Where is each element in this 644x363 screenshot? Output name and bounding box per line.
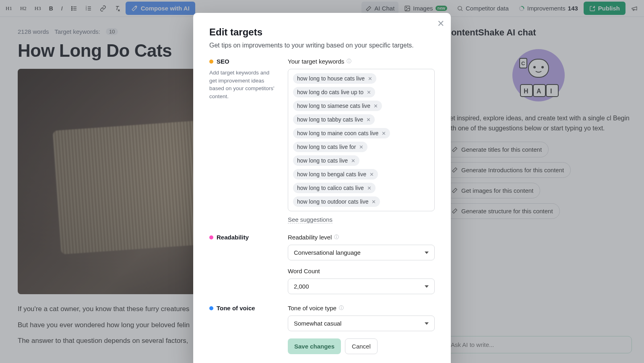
keyword-chip-label: how long to tabby cats live [297,116,363,123]
remove-keyword-icon[interactable]: ✕ [372,199,376,205]
keyword-chip-label: how long to outdoor cats live [297,198,368,205]
keyword-chip-label: how long to siamese cats live [297,103,370,109]
readability-level-label: Readability level ⓘ [288,234,435,241]
remove-keyword-icon[interactable]: ✕ [368,76,372,82]
keyword-chip-label: how long to house cats live [297,75,365,82]
tone-type-select[interactable]: Somewhat casual [288,316,435,331]
tone-type-label: Tone of voice type ⓘ [288,305,435,311]
word-count-select[interactable]: 2,000 [288,278,435,294]
remove-keyword-icon[interactable]: ✕ [367,185,372,191]
cancel-button[interactable]: Cancel [345,338,378,354]
chevron-down-icon [425,285,429,288]
tone-section-label: Tone of voice [209,305,276,311]
keywords-input-box[interactable]: how long to house cats live✕how long do … [288,69,435,211]
tone-status-dot [209,306,213,310]
chevron-down-icon [425,252,429,254]
remove-keyword-icon[interactable]: ✕ [359,144,363,150]
readability-status-dot [209,235,213,239]
info-icon[interactable]: ⓘ [334,234,339,241]
keyword-chip-label: how long to calico cats live [297,185,364,191]
remove-keyword-icon[interactable]: ✕ [366,117,371,123]
keywords-field-label: Your target keywords ⓘ [288,58,435,65]
keyword-chip-label: how long to maine coon cats live [297,130,378,136]
keyword-chip: how long to outdoor cats live✕ [293,196,380,207]
see-suggestions-link[interactable]: See suggestions [288,216,332,223]
select-value: 2,000 [294,283,309,290]
seo-section-description: Add target keywords and get improvement … [209,69,276,100]
select-value: Conversational language [294,249,361,256]
remove-keyword-icon[interactable]: ✕ [374,103,378,109]
keyword-chip: how long to maine coon cats live✕ [293,128,390,138]
remove-keyword-icon[interactable]: ✕ [367,89,371,95]
keyword-chip-label: how long to cats live [297,157,348,164]
modal-title: Edit targets [209,27,435,38]
remove-keyword-icon[interactable]: ✕ [382,130,386,136]
keyword-chip-label: how long to cats live for [297,144,356,150]
seo-status-dot [209,60,213,64]
keyword-chip: how long to cats live✕ [293,155,359,166]
modal-subtitle: Get tips on improvements to your writing… [209,42,435,49]
keyword-chip-label: how long to bengal cats live [297,171,366,177]
keyword-chip: how long do cats live up to✕ [293,87,375,97]
close-icon: ✕ [437,19,444,29]
word-count-label: Word Count [288,268,435,274]
keyword-chip: how long to siamese cats live✕ [293,101,382,111]
keyword-chip: how long to tabby cats live✕ [293,114,375,125]
remove-keyword-icon[interactable]: ✕ [369,171,374,177]
remove-keyword-icon[interactable]: ✕ [351,158,355,164]
readability-level-select[interactable]: Conversational language [288,245,435,260]
modal-overlay[interactable]: ✕ Edit targets Get tips on improvements … [0,0,644,363]
readability-section-label: Readability [209,234,276,241]
chevron-down-icon [425,322,429,325]
edit-targets-modal: ✕ Edit targets Get tips on improvements … [193,13,451,363]
info-icon[interactable]: ⓘ [347,58,351,65]
keyword-chip: how long to cats live for✕ [293,142,367,152]
info-icon[interactable]: ⓘ [339,305,344,311]
save-changes-button[interactable]: Save changes [288,338,341,354]
seo-section-label: SEO [209,58,276,65]
select-value: Somewhat casual [294,320,341,327]
close-modal-button[interactable]: ✕ [437,19,444,29]
keyword-chip: how long to bengal cats live✕ [293,169,378,179]
keyword-chip-label: how long do cats live up to [297,89,363,95]
keyword-chip: how long to house cats live✕ [293,73,376,84]
keyword-chip: how long to calico cats live✕ [293,183,376,193]
